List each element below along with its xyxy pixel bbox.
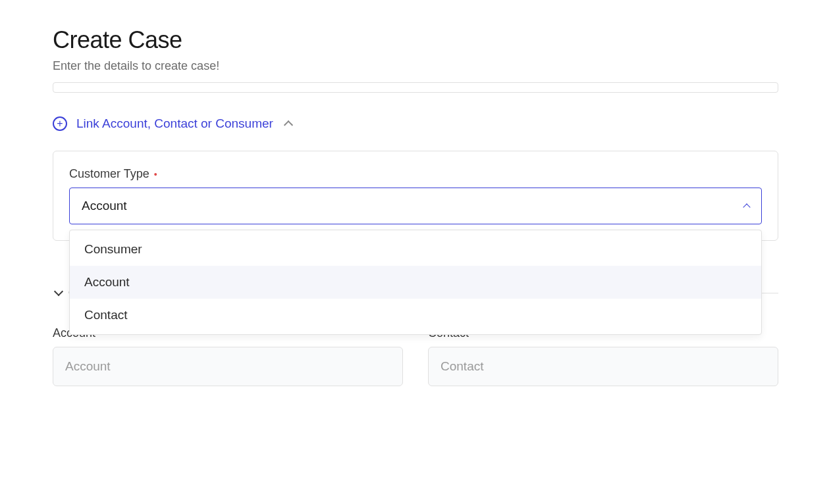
dropdown-option-account[interactable]: Account [70, 266, 761, 299]
dropdown-option-consumer[interactable]: Consumer [70, 233, 761, 266]
customer-type-label-text: Customer Type [69, 167, 149, 180]
contact-input[interactable] [428, 347, 778, 386]
plus-circle-icon: + [53, 116, 67, 131]
page-title: Create Case [53, 26, 778, 54]
account-input[interactable] [53, 347, 403, 386]
chevron-down-icon [54, 287, 63, 296]
required-dot-icon: • [154, 169, 157, 180]
dropdown-option-contact[interactable]: Contact [70, 299, 761, 332]
link-account-row[interactable]: + Link Account, Contact or Consumer [53, 116, 778, 131]
customer-type-value: Account [82, 199, 127, 213]
customer-type-select[interactable]: Account [69, 188, 762, 224]
customer-type-dropdown: Consumer Account Contact [69, 230, 762, 335]
page-subtitle: Enter the details to create case! [53, 59, 778, 73]
link-account-label: Link Account, Contact or Consumer [76, 116, 273, 131]
chevron-up-icon [741, 199, 749, 213]
customer-type-label: Customer Type • [69, 167, 762, 181]
chevron-up-icon [284, 120, 293, 130]
customer-type-panel: Customer Type • Account Consumer Account… [53, 151, 778, 241]
collapsed-panel [53, 82, 778, 93]
